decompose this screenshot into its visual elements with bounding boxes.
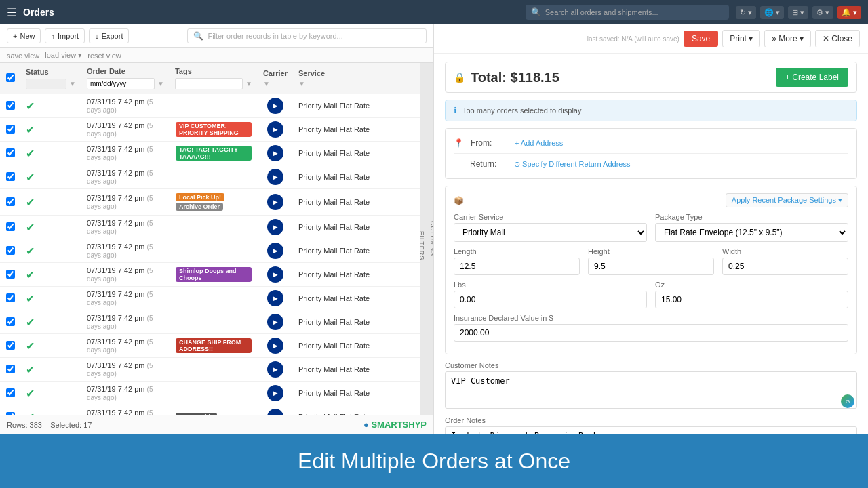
dimensions-row: Length Height Width [454, 247, 848, 275]
row-checkbox[interactable] [6, 293, 15, 302]
order-notes-textarea[interactable]: Include Discount Promo in Package. [445, 426, 857, 434]
refresh-button[interactable]: ↻ ▾ [736, 6, 756, 19]
width-input[interactable] [722, 258, 848, 275]
table-row: ✔07/31/19 7:42 pm (5 days ago)Local Pick… [0, 189, 420, 216]
row-checkbox[interactable] [6, 222, 15, 231]
date-cell: 07/31/19 7:42 pm (5 days ago) [81, 287, 170, 310]
bottom-banner: Edit Multiple Orders at Once [0, 434, 868, 488]
carrier-filter-icon[interactable]: ▼ [263, 80, 270, 87]
orders-table: Status ▼ Order Date ▼ [0, 63, 420, 415]
order-date: 07/31/19 7:42 pm [87, 338, 145, 346]
table-search-filter[interactable]: 🔍 [187, 28, 427, 43]
main-container: + New ↑ Import ↓ Export 🔍 save view load… [0, 24, 868, 434]
nav-icon-group: ↻ ▾ 🌐 ▾ ⊞ ▾ ⚙ ▾ 🔔 ▾ [736, 6, 861, 19]
row-checkbox[interactable] [6, 365, 15, 373]
globe-button[interactable]: 🌐 ▾ [760, 6, 784, 19]
info-text: Too many orders selected to display [462, 106, 581, 115]
apply-recent-button[interactable]: Apply Recent Package Settings ▾ [726, 193, 848, 207]
order-date-col-header: Order Date ▼ [81, 63, 170, 94]
carrier-cell: ▶ [258, 189, 293, 216]
save-button[interactable]: Save [684, 30, 718, 47]
date-filter-icon[interactable]: ▼ [157, 80, 164, 87]
table-row: ✔07/31/19 7:42 pm (5 days ago)VIP CUSTOM… [0, 118, 420, 142]
row-checkbox[interactable] [6, 197, 15, 206]
row-checkbox[interactable] [6, 341, 15, 350]
select-all-checkbox[interactable] [6, 73, 15, 82]
row-checkbox[interactable] [6, 317, 15, 326]
row-checkbox[interactable] [6, 172, 15, 181]
carrier-package-row: Carrier Service Priority Mail Package Ty… [454, 213, 848, 242]
settings-button[interactable]: ⚙ ▾ [812, 6, 833, 19]
row-checkbox[interactable] [6, 270, 15, 279]
carrier-cell: ▶ [258, 94, 293, 118]
reset-view-link[interactable]: reset view [87, 52, 121, 60]
length-input[interactable] [454, 258, 580, 275]
row-checkbox[interactable] [6, 101, 15, 110]
notifications-button[interactable]: 🔔 ▾ [837, 6, 861, 19]
auto-save-text: last saved: N/A (will auto save) [587, 35, 679, 43]
export-button[interactable]: ↓ Export [89, 28, 129, 43]
more-button[interactable]: » More ▾ [764, 30, 811, 47]
add-address-link[interactable]: + Add Address [515, 139, 563, 147]
banner-text: Edit Multiple Orders at Once [298, 449, 570, 474]
carrier-cell: ▶ [258, 239, 293, 263]
service-filter-icon[interactable]: ▼ [298, 80, 305, 87]
row-checkbox[interactable] [6, 125, 15, 134]
date-filter-input[interactable] [87, 78, 155, 89]
global-search-input[interactable] [545, 8, 724, 16]
columns-sidebar[interactable]: Columns Filters [420, 63, 433, 415]
date-cell: 07/31/19 7:42 pm (5 days ago) [81, 142, 170, 165]
tag-badge: Shimlop Doops and Choops [176, 267, 252, 282]
customer-notes-textarea[interactable]: VIP Customer [445, 371, 857, 409]
tags-filter-input[interactable] [175, 78, 243, 89]
save-view-link[interactable]: save view [7, 52, 39, 60]
new-button[interactable]: + New [7, 28, 41, 43]
create-label-button[interactable]: + Create Label [776, 68, 848, 87]
right-toolbar: last saved: N/A (will auto save) Save Pr… [434, 24, 868, 54]
carrier-service-select[interactable]: Priority Mail [454, 223, 647, 242]
order-date: 07/31/19 7:42 pm [87, 121, 145, 129]
lbs-input[interactable] [454, 291, 647, 308]
return-address-link[interactable]: ⊙ Specify Different Return Address [514, 160, 630, 169]
columns-label[interactable]: Columns [428, 217, 434, 260]
service-cell: Priority Mail Flat Rate [293, 310, 420, 334]
insurance-input[interactable] [454, 324, 848, 342]
height-group: Height [588, 247, 714, 275]
layout-button[interactable]: ⊞ ▾ [788, 6, 808, 19]
order-notes-group: Order Notes Include Discount Promo in Pa… [445, 416, 857, 434]
date-cell: 07/31/19 7:42 pm (5 days ago) [81, 310, 170, 334]
length-label: Length [454, 247, 580, 256]
hamburger-menu[interactable]: ☰ [7, 6, 16, 19]
load-view-link[interactable]: load view ▾ [45, 51, 82, 60]
filters-label[interactable]: Filters [417, 227, 427, 264]
orders-toolbar: + New ↑ Import ↓ Export 🔍 [0, 24, 433, 48]
order-date: 07/31/19 7:42 pm [87, 266, 145, 274]
print-button[interactable]: Print ▾ [722, 30, 760, 47]
package-type-select[interactable]: Flat Rate Envelope (12.5" x 9.5") [655, 223, 848, 242]
close-button[interactable]: ✕ Close [815, 30, 860, 47]
orders-table-container: Status ▼ Order Date ▼ [0, 63, 420, 415]
tags-cell: Local Pick Up!Archive Order [170, 189, 258, 216]
status-cell: ✔ [20, 334, 81, 358]
row-checkbox[interactable] [6, 388, 15, 397]
row-checkbox[interactable] [6, 246, 15, 255]
tags-cell [170, 382, 258, 405]
row-checkbox[interactable] [6, 148, 15, 157]
tags-filter-icon[interactable]: ▼ [245, 80, 252, 87]
oz-input[interactable] [655, 291, 848, 308]
tag-badge: Local Pick Up! [176, 193, 224, 201]
package-header: 📦 Apply Recent Package Settings ▾ [454, 193, 848, 207]
global-search-box[interactable]: 🔍 [526, 5, 729, 20]
return-label: Return: [470, 159, 507, 169]
import-button[interactable]: ↑ Import [45, 28, 85, 43]
status-filter-icon[interactable]: ▼ [69, 80, 76, 87]
status-icon: ✔ [26, 388, 35, 399]
status-cell: ✔ [20, 142, 81, 165]
app-title: Orders [23, 7, 519, 18]
height-input[interactable] [588, 258, 714, 275]
table-filter-input[interactable] [208, 32, 420, 40]
status-icon: ✔ [26, 245, 35, 257]
table-row: ✔07/31/19 7:42 pm (5 days ago)▶Priority … [0, 165, 420, 189]
date-cell: 07/31/19 7:42 pm (5 days ago) [81, 358, 170, 382]
select-all-col[interactable] [0, 63, 20, 94]
